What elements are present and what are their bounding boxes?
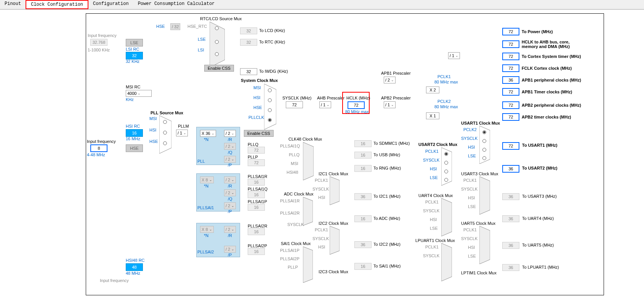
i2c2-mux-title: I2C2 Clock Mux — [319, 221, 348, 226]
apb2-dd[interactable]: / 1⌄ — [384, 101, 396, 108]
sai2-r-label: /R — [228, 233, 232, 238]
usart2-pclk1: PCLK1 — [425, 149, 439, 154]
enable-css-btn-1[interactable]: Enable CSS — [204, 65, 234, 72]
adc-sai1r: PLLSAI1R — [280, 199, 300, 203]
sai1-mux[interactable] — [303, 247, 313, 283]
sys-div-dd[interactable]: / 1⌄ — [448, 52, 460, 59]
svg-marker-6 — [330, 226, 340, 255]
adc-mux[interactable] — [303, 197, 313, 226]
sai1q-out-label: PLLSAI1Q — [248, 187, 268, 191]
sysclk-mux[interactable] — [264, 84, 276, 130]
tab-configuration[interactable]: Configuration — [88, 0, 133, 9]
usart2-val[interactable]: 36 — [502, 165, 519, 173]
out-apb2p: 72APB2 peripheral clocks (MHz) — [502, 101, 581, 109]
tab-pinout[interactable]: Pinout — [0, 0, 26, 9]
pll-q-dd[interactable]: / 2⌄ — [224, 143, 236, 150]
rtc-mux[interactable] — [210, 22, 225, 67]
to-uart4: To UART4 (MHz) — [522, 216, 554, 221]
tab-clock-configuration[interactable]: Clock Configuration — [26, 0, 88, 9]
pll-p-label: /P — [228, 163, 232, 167]
uart4-mux-title: UART4 Clock Mux — [418, 193, 453, 198]
pclk1-label: PCLK1 — [437, 74, 451, 79]
usart2-hsi: HSI — [430, 167, 437, 171]
adc-val: 16 — [354, 215, 372, 222]
sai1-q-label: /Q — [228, 197, 232, 201]
svg-marker-3 — [303, 142, 314, 180]
sai1p-out-label: PLLSAI1P — [248, 199, 267, 204]
hsi-rc-label: HSI RC — [126, 124, 140, 128]
i2c1-mux-title: I2C1 Clock Mux — [319, 171, 348, 176]
pll-n-dd[interactable]: X 36⌄ — [200, 130, 216, 137]
sai1-r-dd[interactable]: / 2⌄ — [224, 176, 236, 183]
sysclk-val[interactable]: 72 — [286, 101, 303, 108]
i2c3-mux-title: I2C3 Clock Mux — [319, 269, 348, 274]
usart3-mux[interactable] — [479, 176, 490, 215]
sai2-n-dd[interactable]: X 8⌄ — [200, 226, 214, 233]
uart5-mux[interactable] — [479, 226, 490, 264]
pllq-out-label: PLLQ — [248, 142, 258, 147]
hse-freq-input[interactable]: 8 — [90, 144, 107, 152]
enable-css-btn-2[interactable]: Enable CSS — [244, 130, 274, 137]
i2c2-mux[interactable] — [330, 226, 340, 255]
lse-source[interactable]: LSE — [126, 39, 143, 46]
uart4-mux[interactable] — [441, 198, 452, 236]
hsi-source[interactable]: 16 — [126, 129, 143, 137]
sai2-r-dd[interactable]: / 2⌄ — [224, 226, 236, 233]
hse-source[interactable]: HSE — [126, 144, 143, 152]
hsi-unit: 16 MHz — [126, 136, 140, 141]
clk48-mux[interactable] — [303, 142, 314, 180]
i2c1-mux[interactable] — [330, 176, 340, 205]
usart1-mux[interactable] — [479, 126, 490, 164]
lse-freq-input[interactable]: 32.768 — [90, 39, 107, 46]
hclk-val[interactable]: 72 — [348, 101, 365, 109]
usart1-lse: LSE — [468, 154, 476, 158]
lptim1-mux-title: LPTIM1 Clock Mux — [461, 271, 497, 275]
tab-power[interactable]: Power Consumption Calculator — [133, 0, 219, 9]
sai1-p-dd[interactable]: / 2⌄ — [224, 202, 236, 209]
ahb-dd[interactable]: / 1⌄ — [319, 101, 331, 108]
sai1-mux-title: SAI1 Clock Mux — [281, 241, 311, 246]
lpuart1-mux[interactable] — [441, 243, 452, 281]
usart1-val[interactable]: 72 — [502, 142, 519, 150]
sai2r-out-label: PLLSAI2R — [248, 224, 267, 228]
sai2p-out: 16 — [248, 248, 265, 255]
lpuart1-sysclk: SYSCLK — [423, 253, 439, 258]
rtc-div32[interactable]: / 32 — [170, 23, 180, 30]
sys-msi: MSI — [253, 85, 261, 90]
hsi48-source[interactable]: 48 — [126, 263, 143, 271]
to-lpuart1: To LPUART1 (MHz) — [522, 265, 559, 269]
sysclk-mux-title: System Clock Mux — [241, 78, 278, 83]
svg-marker-4 — [330, 176, 340, 205]
out-ahb: 72HCLK to AHB bus, core, memory and DMA … — [502, 40, 583, 49]
iwdg-val: 32 — [240, 68, 257, 75]
sai2r-out: 16 — [248, 228, 265, 235]
pllm-dd[interactable]: / 1⌄ — [176, 130, 188, 136]
lse-mux-in: LSE — [198, 37, 206, 42]
pll-r-dd[interactable]: / 2⌄ — [224, 130, 236, 137]
usart3-val: 36 — [502, 193, 519, 200]
pll-msi-in: MSI — [149, 116, 157, 121]
apb1-dd[interactable]: / 2⌄ — [384, 77, 396, 83]
sai2-p-dd[interactable]: / 2⌄ — [224, 246, 236, 253]
sai1-p-label: /P — [228, 209, 232, 214]
msi-dd[interactable]: 4000⌄ — [126, 90, 152, 97]
out-power: 72To Power (MHz) — [502, 28, 553, 35]
usart3-pclk1: PCLK1 — [463, 178, 477, 183]
usart2-mux[interactable] — [441, 147, 452, 186]
usart2-lse: LSE — [430, 175, 438, 180]
pll-src-mux[interactable] — [159, 115, 171, 154]
sai1-q-dd[interactable]: / 2⌄ — [224, 189, 236, 196]
to-i2c2: To I2C2 (MHz) — [373, 242, 400, 247]
usart1-hsi: HSI — [468, 145, 475, 149]
pllm-label: PLLM — [178, 124, 189, 128]
svg-marker-13 — [441, 243, 452, 281]
pll-p-dd[interactable]: / 2⌄ — [224, 156, 236, 163]
lsi-unit: 32 KHz — [126, 59, 139, 64]
sys-hse: HSE — [253, 105, 262, 110]
to-adc: To ADC (MHz) — [373, 216, 400, 221]
out-apb1t: 72APB1 Timer clocks (MHz) — [502, 88, 572, 96]
adc-sysclk: SYSCLK — [287, 222, 304, 227]
sai1-n-dd[interactable]: X 8⌄ — [200, 176, 214, 183]
sai1-r-label: /R — [228, 184, 232, 188]
lsi-source[interactable]: 32 — [126, 52, 143, 59]
